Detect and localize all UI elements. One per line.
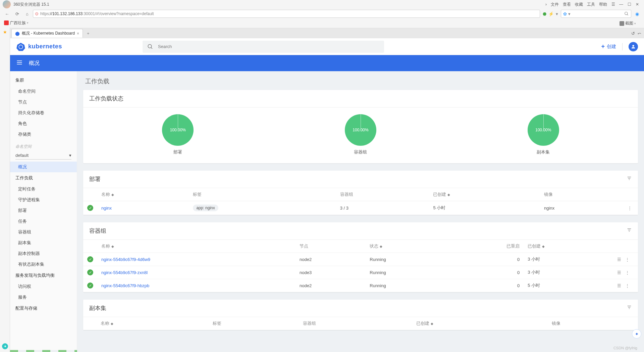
menu-tools[interactable]: 工具 [587, 2, 595, 7]
window-minimize[interactable]: — [619, 2, 624, 7]
bolt-icon[interactable]: ⚡ [548, 11, 554, 16]
tab-bar: ⊲ 概况 - Kubernetes Dashboard × + ↺ ⤺ [0, 28, 644, 38]
ext-icon[interactable]: ⬣ [543, 11, 546, 16]
tab-title: 概况 - Kubernetes Dashboard [22, 31, 75, 36]
window-settings[interactable]: ☰ [610, 2, 616, 7]
menu-file[interactable]: 文件 [551, 2, 559, 7]
menu-view[interactable]: 查看 [563, 2, 571, 7]
url-actions: ⬣ ⚡ ▾ [541, 11, 559, 16]
globe-icon[interactable]: ◉ [633, 10, 641, 18]
url-proto: https [40, 11, 49, 16]
app-root: kubernetes Search + 创建 概况 集群 命名空间节点持久化存储… [10, 38, 644, 39]
menu-chevron[interactable]: › [545, 2, 547, 7]
svg-line-1 [627, 14, 628, 15]
search-icon [624, 11, 629, 16]
svg-point-0 [625, 12, 628, 15]
menu-favorites[interactable]: 收藏 [575, 2, 583, 7]
app-header: kubernetes Search + 创建 [10, 38, 644, 39]
insecure-icon: ⛒ [35, 12, 39, 16]
browser-side-strip: ★ [0, 28, 10, 39]
tab-close[interactable]: × [77, 31, 79, 36]
bookmark-item[interactable]: 截图▾ [618, 20, 641, 27]
kubernetes-icon [15, 31, 20, 36]
caret-icon[interactable]: ▾ [556, 11, 558, 16]
back-button[interactable]: ← [3, 10, 11, 18]
bookmark-item[interactable]: 广西壮族▾ [3, 19, 34, 27]
title-bar: 360安全浏览器 15.1 › 文件 查看 收藏 工具 帮助 ☰ — ☐ ✕ [0, 0, 644, 9]
bookmarks-bar: 收藏▾手机收藏夹▾好123▾广西人事▾▾北京天气▾可点击这▾FLVCD▾搜索引擎… [0, 19, 644, 28]
home-button[interactable]: ⌂ [23, 10, 32, 18]
reload-button[interactable]: ⟳ [13, 10, 21, 18]
window-close[interactable]: ✕ [635, 2, 640, 7]
star-icon[interactable]: ★ [3, 30, 7, 35]
window-maximize[interactable]: ☐ [627, 2, 632, 7]
url-input[interactable]: ⛒ https ://101.132.186.133 :30001/#!/ove… [33, 10, 540, 18]
new-tab[interactable]: + [85, 30, 92, 37]
profile-avatar[interactable] [3, 0, 11, 8]
tab-active[interactable]: 概况 - Kubernetes Dashboard × [11, 29, 83, 38]
browser-title: 360安全浏览器 15.1 [13, 2, 49, 7]
undo-icon[interactable]: ⤺ [638, 31, 641, 36]
restore-icon[interactable]: ↺ [631, 31, 635, 36]
menu-help[interactable]: 帮助 [599, 2, 607, 7]
url-path: :30001/#!/overview?namespace=default [83, 11, 154, 16]
search-engine-icon: ✿ [563, 11, 567, 16]
browser-chrome: 360安全浏览器 15.1 › 文件 查看 收藏 工具 帮助 ☰ — ☐ ✕ ←… [0, 0, 644, 39]
url-host: ://101.132.186.133 [49, 11, 83, 16]
browser-search[interactable]: ✿ ▾ [561, 10, 631, 18]
address-bar: ← ⟳ ⌂ ⛒ https ://101.132.186.133 :30001/… [0, 9, 644, 19]
svg-marker-2 [15, 32, 20, 36]
